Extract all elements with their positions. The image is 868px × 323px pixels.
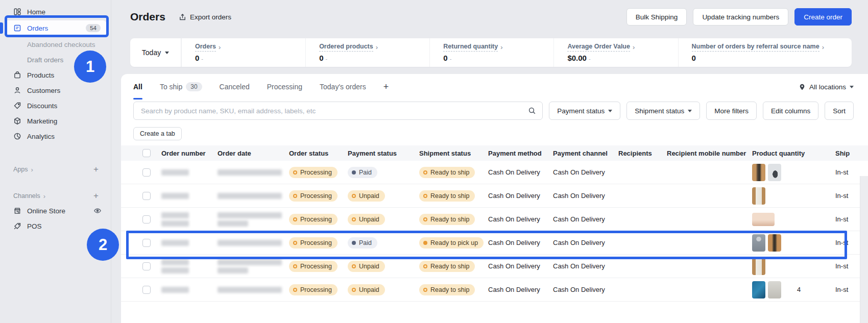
eye-icon[interactable] <box>93 207 102 215</box>
apps-section-header[interactable]: Apps› + <box>0 162 111 177</box>
metric-orders: Orders› 0- <box>181 38 305 67</box>
select-all-checkbox[interactable] <box>142 149 151 157</box>
payment-status-badge: Unpaid <box>348 284 385 295</box>
payment-channel: Cash On Delivery <box>553 262 618 270</box>
shipment-status-filter[interactable]: Shipment status <box>626 102 700 120</box>
product-thumbnail <box>752 213 775 226</box>
chevron-right-icon: › <box>43 192 45 200</box>
table-row[interactable]: Processing Unpaid Ready to ship Cash On … <box>121 208 868 231</box>
metric-link[interactable]: Number of orders by referral source name… <box>692 43 852 52</box>
sidebar-item-analytics[interactable]: Analytics <box>0 129 111 144</box>
column-recipient-mobile: Recipient mobile number <box>667 150 752 157</box>
sidebar-item-label: Home <box>27 8 45 16</box>
status-dot-icon <box>423 264 427 268</box>
order-status-badge: Processing <box>289 261 337 272</box>
order-status-badge: Processing <box>289 190 337 202</box>
tab-processing[interactable]: Processing <box>267 74 302 100</box>
sidebar-item-marketing[interactable]: Marketing <box>0 113 111 129</box>
metric-value: $0.00 <box>567 54 587 62</box>
status-dot-icon <box>352 217 356 221</box>
vertical-scrollbar[interactable] <box>860 176 868 323</box>
pie-chart-icon <box>13 132 21 140</box>
caret-down-icon <box>850 86 854 88</box>
add-tab-button[interactable]: + <box>383 74 389 100</box>
row-checkbox[interactable] <box>142 192 151 200</box>
add-app-button[interactable]: + <box>93 164 99 175</box>
table-header: Order number Order date Order status Pay… <box>121 145 868 161</box>
order-number-redacted <box>161 169 189 176</box>
period-dropdown[interactable]: Today <box>130 38 181 67</box>
metric-average-order-value: Average Order Value› $0.00- <box>553 38 678 67</box>
locations-dropdown[interactable]: All locations <box>799 83 854 91</box>
tabs-row: All To ship30 Canceled Processing Today'… <box>121 74 868 100</box>
status-dot-icon <box>352 194 356 198</box>
sort-button[interactable]: Sort <box>825 102 854 120</box>
status-dot-icon <box>293 194 297 198</box>
metric-value: 0 <box>443 54 447 62</box>
tab-canceled[interactable]: Canceled <box>220 74 250 100</box>
sidebar-item-discounts[interactable]: Discounts <box>0 98 111 113</box>
status-dot-icon <box>352 170 356 175</box>
create-a-tab-button[interactable]: Create a tab <box>133 127 182 140</box>
annotation-step-1: 1 <box>74 51 106 83</box>
export-orders-button[interactable]: Export orders <box>179 13 231 21</box>
order-number-redacted <box>161 212 189 227</box>
annotation-step-2: 2 <box>87 229 119 261</box>
order-status-badge: Processing <box>289 214 337 225</box>
sidebar-item-customers[interactable]: Customers <box>0 83 111 98</box>
status-dot-icon <box>423 288 427 292</box>
orders-card: All To ship30 Canceled Processing Today'… <box>121 74 868 323</box>
search-icon[interactable] <box>528 107 536 115</box>
payment-channel: Cash On Delivery <box>553 168 618 176</box>
row-checkbox[interactable] <box>142 286 151 294</box>
status-dot-icon <box>352 288 356 292</box>
metric-link[interactable]: Ordered products› <box>319 43 429 52</box>
payment-status-badge: Unpaid <box>348 190 385 202</box>
sidebar-item-label: Online Store <box>27 207 65 215</box>
payment-method: Cash On Delivery <box>488 286 553 293</box>
locations-label: All locations <box>809 83 846 91</box>
payment-status-filter[interactable]: Payment status <box>549 102 620 120</box>
row-checkbox[interactable] <box>142 215 151 223</box>
row-checkbox[interactable] <box>142 262 151 270</box>
tab-all[interactable]: All <box>133 74 142 100</box>
table-row-partial <box>121 302 868 321</box>
order-date-redacted <box>218 287 282 293</box>
sidebar-item-label: Abandoned checkouts <box>27 41 95 48</box>
export-label: Export orders <box>190 13 231 21</box>
row-checkbox[interactable] <box>142 168 151 177</box>
caret-down-icon <box>608 110 612 112</box>
pos-tag-icon <box>13 222 21 230</box>
bulk-shipping-button[interactable]: Bulk Shipping <box>626 8 687 26</box>
column-shipment-status: Shipment status <box>419 150 488 157</box>
product-thumbnail <box>768 281 781 299</box>
table-row[interactable]: Processing Unpaid Ready to ship Cash On … <box>121 184 868 208</box>
add-channel-button[interactable]: + <box>93 191 99 201</box>
sidebar-item-abandoned-checkouts[interactable]: Abandoned checkouts <box>0 37 111 52</box>
metric-link[interactable]: Average Order Value› <box>567 43 678 52</box>
channels-section-header[interactable]: Channels› + <box>0 189 111 203</box>
payment-method: Cash On Delivery <box>488 262 553 270</box>
active-nav-indicator <box>0 22 3 34</box>
metric-link[interactable]: Returned quantity› <box>443 43 553 52</box>
sidebar: Home Orders 54 Abandoned checkouts Draft… <box>0 0 111 323</box>
sidebar-item-online-store[interactable]: Online Store <box>0 203 111 218</box>
tab-todays-orders[interactable]: Today's orders <box>320 74 366 100</box>
shipment-status-badge: Ready to ship <box>419 261 475 272</box>
edit-columns-button[interactable]: Edit columns <box>763 102 818 120</box>
order-date-redacted <box>218 169 282 176</box>
bag-icon <box>13 71 21 79</box>
table-row[interactable]: Processing Paid Ready to ship Cash On De… <box>121 161 868 184</box>
annotation-box-1 <box>5 15 109 37</box>
table-row[interactable]: Processing Unpaid Ready to ship Cash On … <box>121 278 868 302</box>
column-product-quantity: Product quantity <box>752 150 835 157</box>
to-ship-count-badge: 30 <box>186 82 202 91</box>
create-order-button[interactable]: Create order <box>794 8 852 26</box>
search-input[interactable] <box>133 102 543 120</box>
more-filters-button[interactable]: More filters <box>706 102 757 120</box>
column-order-number: Order number <box>161 150 218 157</box>
metric-link[interactable]: Orders› <box>195 43 305 52</box>
metric-value: 0 <box>319 54 323 62</box>
update-tracking-button[interactable]: Update tracking numbers <box>693 8 788 26</box>
tab-to-ship[interactable]: To ship30 <box>160 74 202 100</box>
